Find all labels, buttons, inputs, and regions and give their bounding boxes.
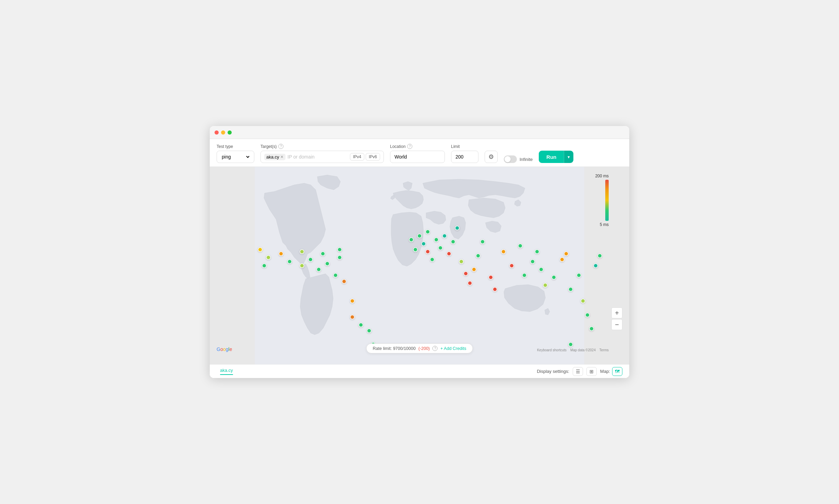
map-dot[interactable] <box>522 273 527 278</box>
keyboard-shortcuts[interactable]: Keyboard shortcuts <box>537 348 567 352</box>
rate-limit-bar: Rate limit: 9700/10000 (-200) ? + Add Cr… <box>366 343 473 353</box>
map-dot[interactable] <box>430 257 435 262</box>
map-dot[interactable] <box>597 253 602 258</box>
rate-limit-help-icon[interactable]: ? <box>433 346 438 351</box>
map-dot[interactable] <box>576 273 581 278</box>
location-help-icon[interactable]: ? <box>407 144 412 149</box>
legend-max-label: 200 ms <box>595 174 609 178</box>
map-view-group: Map: 🗺 <box>600 367 622 376</box>
map-dot[interactable] <box>493 287 497 292</box>
targets-input-box[interactable]: aka.cy × IP or domain IPv4 IPv6 <box>260 151 384 163</box>
map-dot[interactable] <box>467 281 472 286</box>
add-credits-link[interactable]: + Add Credits <box>440 346 466 351</box>
map-dot[interactable] <box>442 234 447 238</box>
map-dot[interactable] <box>417 234 422 238</box>
map-dot[interactable] <box>543 283 548 288</box>
zoom-in-button[interactable]: + <box>611 307 622 318</box>
display-settings: Display settings: ☰ ⊞ Map: 🗺 <box>537 367 622 376</box>
target-placeholder: IP or domain <box>288 154 348 160</box>
map-dot[interactable] <box>564 251 569 256</box>
test-type-dropdown[interactable]: ping traceroute dns <box>220 154 251 160</box>
map-dot[interactable] <box>258 247 263 252</box>
location-group: Location ? World <box>390 144 445 163</box>
terms-link[interactable]: Terms <box>599 348 609 352</box>
test-type-group: Test type ping traceroute dns <box>217 144 254 163</box>
map-dot[interactable] <box>451 239 455 244</box>
map-dot[interactable] <box>455 226 460 230</box>
map-dot[interactable] <box>325 261 330 266</box>
map-dot[interactable] <box>425 249 430 254</box>
map-dot[interactable] <box>581 299 585 303</box>
maximize-button[interactable] <box>228 130 232 135</box>
ipv6-button[interactable]: IPv6 <box>366 153 380 161</box>
map-dot[interactable] <box>593 263 598 268</box>
map-dot[interactable] <box>333 273 338 278</box>
map-dot[interactable] <box>535 249 539 254</box>
map-dot[interactable] <box>337 247 342 252</box>
map-dot[interactable] <box>350 315 355 319</box>
map-dot[interactable] <box>421 241 426 246</box>
list-view-button[interactable]: ☰ <box>573 367 583 376</box>
map-dot[interactable] <box>530 259 535 264</box>
map-dot[interactable] <box>568 287 573 292</box>
map-dot[interactable] <box>350 299 355 303</box>
map-dot[interactable] <box>476 253 481 258</box>
map-dot[interactable] <box>459 259 464 264</box>
bottom-bar: aka.cy Display settings: ☰ ⊞ Map: 🗺 <box>210 364 629 378</box>
map-dot[interactable] <box>342 279 346 284</box>
grid-view-button[interactable]: ⊞ <box>586 367 597 376</box>
run-chevron-button[interactable]: ▾ <box>564 151 573 163</box>
targets-help-icon[interactable]: ? <box>278 144 283 149</box>
map-dot[interactable] <box>480 239 485 244</box>
map-dot[interactable] <box>337 255 342 260</box>
map-dot[interactable] <box>518 243 523 248</box>
map-dot[interactable] <box>266 255 271 260</box>
ipv4-button[interactable]: IPv4 <box>350 153 364 161</box>
infinite-toggle-switch[interactable] <box>504 155 517 163</box>
map-dot[interactable] <box>488 275 493 280</box>
map-dot[interactable] <box>425 229 430 234</box>
limit-label: Limit <box>451 144 478 149</box>
map-dot[interactable] <box>589 326 594 331</box>
map-dot[interactable] <box>463 271 468 276</box>
map-dot[interactable] <box>262 263 267 268</box>
map-toggle-button[interactable]: 🗺 <box>612 367 622 376</box>
tab-label: aka.cy <box>220 368 233 374</box>
map-dot[interactable] <box>560 257 564 262</box>
zoom-out-button[interactable]: − <box>611 319 622 330</box>
map-dot[interactable] <box>438 245 443 250</box>
map-dot[interactable] <box>472 267 476 272</box>
map-dot[interactable] <box>413 247 418 252</box>
dots-container <box>210 167 629 364</box>
tab-item-akacy[interactable]: aka.cy <box>217 368 236 375</box>
map-dot[interactable] <box>434 237 439 242</box>
map-dot[interactable] <box>300 263 304 268</box>
limit-input[interactable]: 200 <box>451 151 478 163</box>
legend-min-label: 5 ms <box>600 222 609 227</box>
map-dot[interactable] <box>320 251 325 256</box>
map-dot[interactable] <box>279 251 283 256</box>
map-dot[interactable] <box>287 259 292 264</box>
map-dot[interactable] <box>509 263 514 268</box>
map-dot[interactable] <box>409 237 414 242</box>
settings-button[interactable]: ⚙ <box>485 151 498 163</box>
minimize-button[interactable] <box>221 130 225 135</box>
map-dot[interactable] <box>358 323 363 327</box>
map-dot[interactable] <box>447 251 451 256</box>
map-dot[interactable] <box>308 257 313 262</box>
map-dot[interactable] <box>367 328 372 333</box>
map-dot[interactable] <box>300 249 304 254</box>
tag-remove-btn[interactable]: × <box>281 154 283 159</box>
map-dot[interactable] <box>539 267 544 272</box>
test-type-select[interactable]: ping traceroute dns <box>217 151 254 163</box>
run-button[interactable]: Run <box>539 151 564 163</box>
map-area[interactable]: 200 ms 5 ms + − Google Keyboard shortcut… <box>210 167 629 364</box>
map-dot[interactable] <box>551 275 556 280</box>
close-button[interactable] <box>215 130 219 135</box>
target-tag: aka.cy × <box>264 154 285 160</box>
location-input[interactable]: World <box>390 151 445 163</box>
map-dot[interactable] <box>568 342 573 347</box>
map-dot[interactable] <box>501 249 506 254</box>
map-dot[interactable] <box>585 313 590 317</box>
map-dot[interactable] <box>316 267 321 272</box>
